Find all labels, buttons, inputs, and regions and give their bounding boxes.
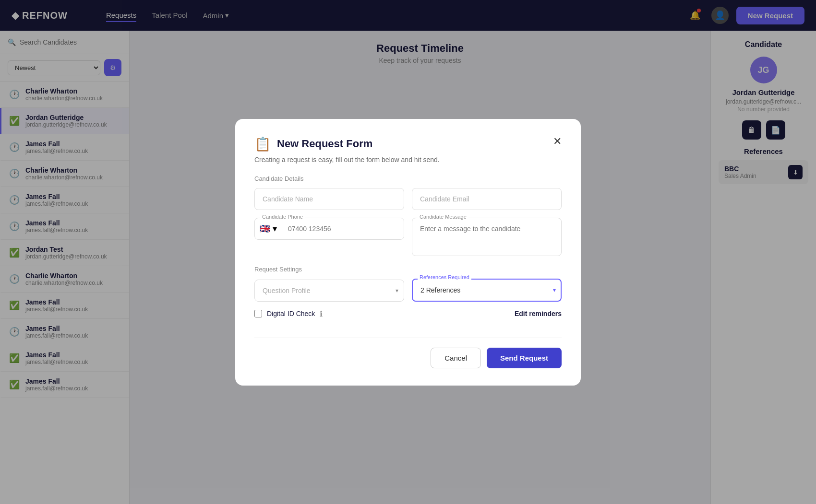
candidate-message-field: Candidate Message — [412, 218, 562, 258]
candidate-details-label: Candidate Details — [254, 175, 562, 182]
phone-flag: 🇬🇧 ▾ — [255, 223, 282, 234]
question-profile-wrap: Question Profile ▾ — [254, 280, 404, 302]
info-icon: ℹ — [320, 309, 323, 318]
modal-overlay: 📋 New Request Form ✕ Creating a request … — [0, 0, 816, 504]
send-request-button[interactable]: Send Request — [487, 348, 562, 368]
candidate-message-input[interactable] — [412, 218, 562, 256]
phone-message-row: Candidate Phone 🇬🇧 ▾ Candidate Message — [254, 218, 562, 258]
modal-title-wrap: 📋 New Request Form — [254, 136, 372, 152]
candidate-email-field — [412, 188, 562, 210]
candidate-name-input[interactable] — [254, 188, 404, 210]
modal-footer: Cancel Send Request — [254, 338, 562, 368]
candidate-name-email-row — [254, 188, 562, 210]
candidate-phone-field: Candidate Phone 🇬🇧 ▾ — [254, 218, 404, 258]
modal-subtitle: Creating a request is easy, fill out the… — [254, 156, 562, 164]
references-required-select[interactable]: 1 Reference 2 References 3 References 4 … — [412, 279, 562, 302]
phone-label: Candidate Phone — [260, 214, 305, 220]
phone-input-wrap: 🇬🇧 ▾ — [254, 218, 404, 240]
digital-id-label[interactable]: Digital ID Check — [267, 310, 315, 317]
digital-id-row: Digital ID Check ℹ Edit reminders — [254, 309, 562, 318]
cancel-button[interactable]: Cancel — [431, 348, 481, 368]
form-icon: 📋 — [254, 136, 271, 152]
digital-id-checkbox[interactable] — [254, 310, 262, 317]
edit-reminders-button[interactable]: Edit reminders — [515, 310, 562, 317]
candidate-email-input[interactable] — [412, 188, 562, 210]
modal-title: New Request Form — [277, 138, 372, 150]
new-request-modal: 📋 New Request Form ✕ Creating a request … — [235, 119, 581, 386]
references-required-label: References Required — [418, 274, 471, 280]
candidate-name-field — [254, 188, 404, 210]
settings-row: Question Profile ▾ References Required 1… — [254, 279, 562, 302]
references-required-wrap: References Required 1 Reference 2 Refere… — [412, 279, 562, 302]
question-profile-select[interactable]: Question Profile — [254, 280, 404, 302]
request-settings-label: Request Settings — [254, 266, 562, 273]
message-label: Candidate Message — [418, 214, 468, 220]
modal-header: 📋 New Request Form ✕ — [254, 136, 562, 152]
candidate-phone-input[interactable] — [282, 218, 404, 239]
close-modal-button[interactable]: ✕ — [553, 136, 562, 147]
